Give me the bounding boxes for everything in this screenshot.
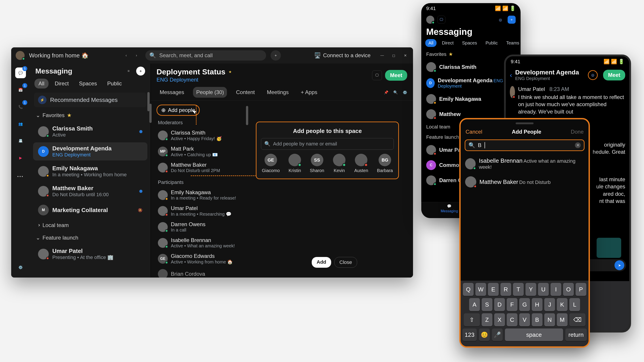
people-scrollbar[interactable] — [246, 106, 248, 125]
key[interactable]: S — [482, 298, 492, 311]
mtab-all[interactable]: All — [425, 39, 436, 47]
tab-people[interactable]: People (30) — [193, 87, 227, 98]
clear-button[interactable]: ✕ — [575, 142, 581, 148]
key[interactable]: C — [507, 313, 518, 326]
key[interactable]: I — [550, 283, 561, 296]
recommended-row[interactable]: ⚡ Recommended Messages — [34, 92, 146, 107]
meet-button[interactable]: Meet — [385, 70, 407, 81]
key[interactable]: K — [557, 298, 568, 311]
search-icon[interactable]: 🔍 — [393, 90, 398, 94]
chip-kevin[interactable]: Kevin — [333, 154, 346, 173]
sheet-search[interactable]: 🔍 B ✕ — [465, 139, 584, 151]
space-subtitle[interactable]: ENG Deployment — [156, 77, 232, 83]
rail-more[interactable]: ••• — [15, 171, 26, 182]
key[interactable]: R — [500, 283, 511, 296]
people-row[interactable]: Clarissa Smith Active • Happy Friday! 🥳 — [156, 127, 247, 143]
people-row[interactable]: GE Giacomo Edwards Active • Working from… — [156, 251, 247, 267]
send-button[interactable]: ➤ — [614, 260, 624, 270]
key[interactable]: O — [563, 283, 574, 296]
emoji-key[interactable]: 😊 — [479, 329, 490, 341]
people-row[interactable]: MP Matt Park Active • Catching up 📧 — [156, 143, 247, 160]
key[interactable]: V — [519, 313, 530, 326]
sidebar-scroll[interactable]: ⚡ Recommended Messages ⌄ Favorites ★ Cla… — [30, 91, 150, 262]
tab-all[interactable]: All — [34, 79, 48, 88]
sidebar-item-matthew-baker[interactable]: Matthew Baker Do Not Disturb until 16:00 — [33, 182, 147, 200]
section-favorites[interactable]: ⌄ Favorites ★ — [30, 109, 150, 122]
self-avatar[interactable] — [16, 51, 24, 60]
sidebar-item-umar[interactable]: Umar Patel Presenting • At the office 🏢 — [33, 245, 147, 262]
tab-spaces[interactable]: Spaces — [75, 79, 101, 88]
mtab-direct[interactable]: Direct — [439, 39, 456, 47]
rail-teams[interactable]: 👥 — [15, 118, 26, 129]
chip-barbara[interactable]: BGBarbara — [377, 154, 393, 173]
tab-messages[interactable]: Messages — [156, 87, 187, 98]
key[interactable]: J — [544, 298, 555, 311]
people-row[interactable]: Emily Nakagawa In a meeting • Ready for … — [156, 187, 247, 203]
rail-calendar[interactable]: 📅 1 — [15, 84, 26, 95]
tab-meetings[interactable]: Meetings — [264, 87, 292, 98]
meet-button[interactable]: Meet — [603, 70, 625, 80]
mic-key[interactable]: 🎤 — [492, 329, 503, 341]
tab-direct[interactable]: Direct — [51, 79, 73, 88]
rail-settings[interactable]: ⚙️ — [15, 262, 26, 273]
close-button[interactable]: Close — [334, 257, 357, 268]
minimize-button[interactable]: — — [379, 52, 385, 58]
key[interactable]: D — [494, 298, 505, 311]
close-button[interactable]: ✕ — [402, 52, 408, 58]
done-button[interactable]: Done — [571, 129, 584, 135]
backspace-key[interactable]: ⌫ — [569, 313, 586, 326]
return-key[interactable]: return — [565, 329, 587, 341]
key[interactable]: U — [538, 283, 549, 296]
key[interactable]: N — [544, 313, 555, 326]
key[interactable]: X — [494, 313, 505, 326]
search-icon[interactable]: ◎ — [496, 16, 504, 24]
tab-public[interactable]: Public — [103, 79, 126, 88]
chip-giacomo[interactable]: GEGiacomo — [262, 154, 280, 173]
rail-calling[interactable]: 📞 1 — [15, 101, 26, 112]
connect-device[interactable]: 🖥️ Connect to a device — [314, 52, 370, 58]
tab-content[interactable]: Content — [233, 87, 258, 98]
people-button[interactable]: ◎ — [588, 70, 598, 80]
people-row[interactable]: Brian Cordova — [156, 267, 247, 278]
attachment[interactable] — [596, 238, 621, 258]
mtab-teams[interactable]: Teams — [503, 39, 520, 47]
key[interactable]: E — [488, 283, 499, 296]
sidebar-item-marketing[interactable]: M Marketing Collateral 🔕 — [33, 202, 147, 218]
shift-key[interactable]: ⇧ — [464, 313, 480, 326]
add-button[interactable]: Add — [312, 257, 331, 268]
tab-apps[interactable]: + Apps — [298, 87, 320, 98]
key[interactable]: T — [513, 283, 524, 296]
mtab-public[interactable]: Public — [482, 39, 501, 47]
section-local-team[interactable]: ⌄ Local team — [30, 219, 150, 232]
filter-button[interactable]: ≡ — [124, 67, 133, 75]
chip-kristin[interactable]: Kristin — [288, 154, 301, 173]
people-row[interactable]: Isabelle Brennan Active • What an amazin… — [156, 235, 247, 251]
key[interactable]: B — [532, 313, 542, 326]
nav-messaging[interactable]: 💬Messaging — [441, 204, 458, 213]
key[interactable]: W — [476, 283, 486, 296]
num-key[interactable]: 123 — [462, 329, 477, 341]
key[interactable]: P — [576, 283, 586, 296]
pin-icon[interactable]: 📌 — [384, 90, 388, 94]
chip-austen[interactable]: Austen — [354, 154, 368, 173]
key[interactable]: F — [507, 298, 518, 311]
key[interactable]: Z — [482, 313, 492, 326]
screen-icon[interactable]: 🖵 — [372, 70, 382, 80]
sheet-grabber[interactable] — [516, 122, 534, 124]
screen-icon[interactable]: 🖵 — [438, 16, 446, 24]
key[interactable]: M — [557, 313, 568, 326]
key[interactable]: A — [469, 298, 480, 311]
chip-sharon[interactable]: SSSharon — [310, 154, 324, 173]
sidebar-item-clarissa[interactable]: Clarissa Smith Active — [33, 122, 147, 141]
result-row[interactable]: Matthew Baker Do not Disturb — [461, 173, 588, 191]
star-icon[interactable]: ★ — [228, 70, 232, 74]
people-row[interactable]: Matthew Baker Do Not Disturb until 2PM — [156, 160, 247, 175]
cancel-button[interactable]: Cancel — [466, 129, 482, 135]
rail-play[interactable]: ▶ — [15, 152, 26, 163]
settings-icon[interactable]: ⚙️ — [403, 90, 407, 94]
mtab-spaces[interactable]: Spaces — [459, 39, 480, 47]
back-button[interactable]: ‹ — [510, 71, 512, 79]
people-row[interactable]: Darren Owens In a call — [156, 219, 247, 235]
rail-contacts[interactable]: 📇 — [15, 135, 26, 146]
key[interactable]: Q — [463, 283, 474, 296]
